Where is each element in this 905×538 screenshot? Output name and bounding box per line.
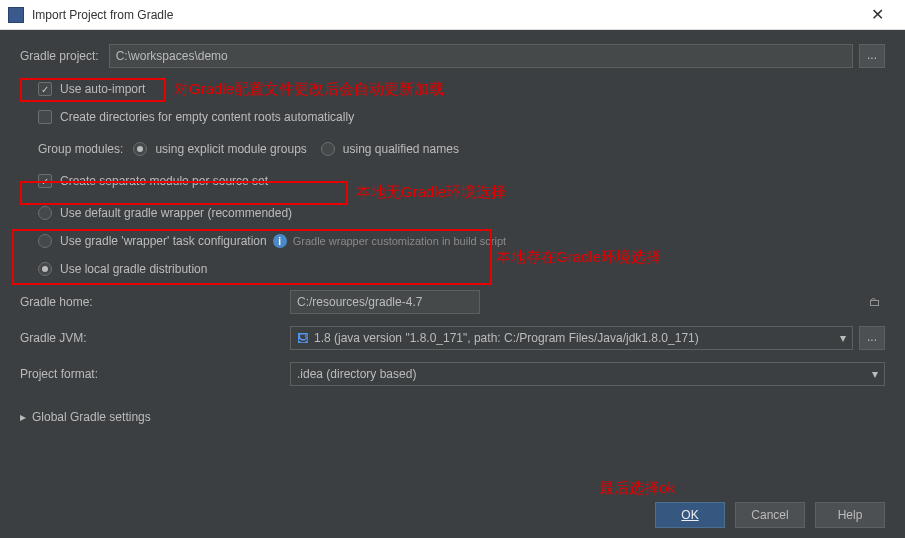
wrapper-task-radio[interactable]: [38, 234, 52, 248]
create-dirs-label: Create directories for empty content roo…: [60, 110, 354, 124]
dialog-window: Import Project from Gradle ✕ Gradle proj…: [0, 0, 905, 538]
wrapper-opt1: Use default gradle wrapper (recommended): [60, 206, 292, 220]
global-gradle-settings-expander[interactable]: Global Gradle settings: [20, 410, 885, 424]
auto-import-label: Use auto-import: [60, 82, 145, 96]
group-modules-opt1: using explicit module groups: [155, 142, 306, 156]
gradle-home-input[interactable]: [290, 290, 480, 314]
ok-button[interactable]: OK: [655, 502, 725, 528]
help-button[interactable]: Help: [815, 502, 885, 528]
dialog-body: Gradle project: ... Use auto-import Crea…: [0, 30, 905, 538]
separate-module-checkbox[interactable]: [38, 174, 52, 188]
dialog-footer: OK Cancel Help: [20, 494, 885, 528]
app-icon: [8, 7, 24, 23]
auto-import-checkbox[interactable]: [38, 82, 52, 96]
gradle-jvm-label: Gradle JVM:: [20, 331, 290, 345]
global-gradle-settings-label: Global Gradle settings: [32, 410, 151, 424]
group-modules-opt2: using qualified names: [343, 142, 459, 156]
browse-button[interactable]: ...: [859, 44, 885, 68]
separate-module-label: Create separate module per source set: [60, 174, 268, 188]
info-icon: i: [273, 234, 287, 248]
window-title: Import Project from Gradle: [32, 8, 857, 22]
wrapper-opt2: Use gradle 'wrapper' task configuration: [60, 234, 267, 248]
gradle-jvm-value: 1.8 (java version "1.8.0_171", path: C:/…: [314, 331, 699, 345]
wrapper-local-radio[interactable]: [38, 262, 52, 276]
group-modules-explicit-radio[interactable]: [133, 142, 147, 156]
project-format-value: .idea (directory based): [297, 367, 416, 381]
wrapper-default-radio[interactable]: [38, 206, 52, 220]
create-dirs-checkbox[interactable]: [38, 110, 52, 124]
group-modules-label: Group modules:: [38, 142, 123, 156]
wrapper-opt2-hint: Gradle wrapper customization in build sc…: [293, 235, 506, 247]
gradle-project-input[interactable]: [109, 44, 853, 68]
cancel-button[interactable]: Cancel: [735, 502, 805, 528]
project-format-dropdown[interactable]: .idea (directory based): [290, 362, 885, 386]
gradle-home-label: Gradle home:: [20, 295, 290, 309]
gradle-jvm-dropdown[interactable]: ⛾ 1.8 (java version "1.8.0_171", path: C…: [290, 326, 853, 350]
close-icon[interactable]: ✕: [857, 5, 897, 24]
wrapper-opt3: Use local gradle distribution: [60, 262, 207, 276]
group-modules-qualified-radio[interactable]: [321, 142, 335, 156]
java-icon: ⛾: [297, 332, 308, 344]
jvm-browse-button[interactable]: ...: [859, 326, 885, 350]
folder-icon[interactable]: 🗀: [865, 295, 885, 309]
project-format-label: Project format:: [20, 367, 290, 381]
titlebar: Import Project from Gradle ✕: [0, 0, 905, 30]
gradle-project-label: Gradle project:: [20, 49, 99, 63]
